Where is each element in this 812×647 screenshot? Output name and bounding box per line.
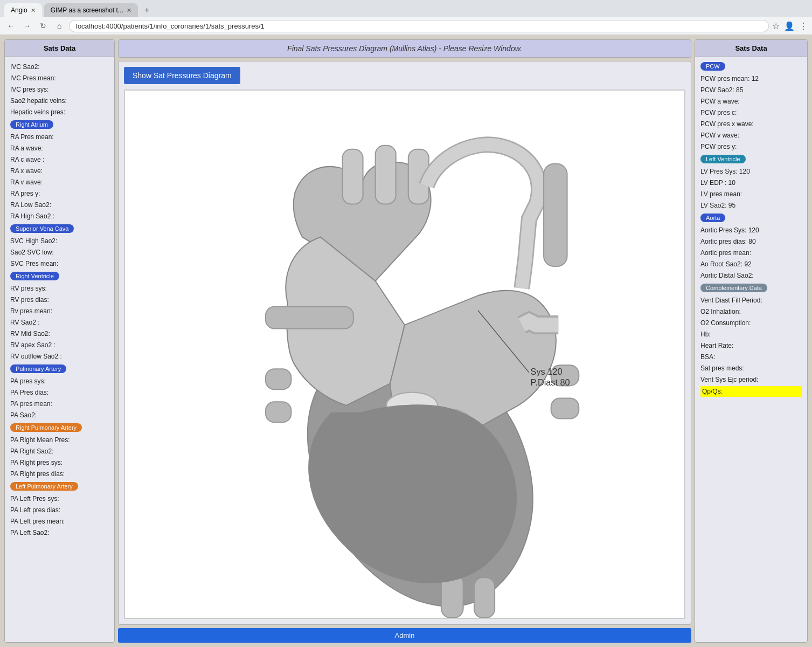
right-badge-8: Left Ventricle (700, 155, 746, 163)
left-label-19: RV pres sys: (10, 284, 109, 293)
left-label-10: RA v wave: (10, 177, 109, 187)
right-badge-13: Aorta (700, 214, 725, 222)
forward-button[interactable]: → (20, 19, 33, 32)
url-input[interactable]: localhost:4000/patients/1/info_coronarie… (69, 20, 769, 32)
left-label-16: Sao2 SVC low: (10, 247, 109, 257)
left-label-34: PA Right pres sys: (10, 458, 109, 467)
left-label-7: RA a wave: (10, 143, 109, 153)
right-label-26: Sat pres meds: (700, 363, 802, 373)
left-label-23: RV Mid Sao2: (10, 329, 109, 339)
left-label-21: Rv pres mean: (10, 306, 109, 316)
diagram-container: Sys 120 P.Diast 80 (124, 90, 685, 619)
left-sidebar-content: IVC Sao2:IVC Pres mean:IVC pres sys:Sao2… (5, 57, 114, 542)
left-sidebar: Sats Data IVC Sao2:IVC Pres mean:IVC pre… (4, 39, 115, 643)
address-bar: ← → ↻ ⌂ localhost:4000/patients/1/info_c… (0, 17, 812, 35)
left-label-12: RA Low Sao2: (10, 200, 109, 210)
right-label-9: LV Pres Sys: 120 (700, 167, 802, 176)
heart-diagram: Sys 120 P.Diast 80 (125, 91, 684, 618)
right-label-24: Heart Rate: (700, 341, 802, 350)
right-sidebar-content: PCWPCW pres mean: 12PCW Sao2: 85PCW a wa… (695, 57, 807, 402)
left-label-2: IVC pres sys: (10, 85, 109, 94)
svg-text:Sys 120: Sys 120 (531, 367, 563, 376)
left-label-39: PA Left pres mean: (10, 517, 109, 526)
back-button[interactable]: ← (4, 19, 17, 32)
right-label-10: LV EDP : 10 (700, 178, 802, 188)
tab-close-icon[interactable]: ✕ (31, 7, 36, 14)
tab-close-gimp-icon[interactable]: ✕ (127, 7, 131, 14)
left-badge-26: Pulmonary Artery (10, 364, 66, 373)
left-label-0: IVC Sao2: (10, 62, 109, 72)
right-label-2: PCW Sao2: 85 (700, 85, 802, 95)
left-label-8: RA c wave : (10, 155, 109, 164)
svg-rect-7 (474, 577, 495, 618)
right-label-17: Ao Root Sao2: 92 (700, 259, 802, 269)
right-label-3: PCW a wave: (700, 97, 802, 106)
right-label-5: PCW pres x wave: (700, 119, 802, 129)
right-label-12: LV Sao2: 95 (700, 201, 802, 210)
svg-rect-4 (544, 164, 567, 266)
right-label-25: BSA: (700, 352, 802, 362)
right-label-18: Aortic Distal Sao2: (700, 271, 802, 280)
left-label-38: PA Left pres dias: (10, 505, 109, 515)
svg-rect-5 (266, 307, 353, 329)
left-label-13: RA High Sao2 : (10, 211, 109, 221)
left-label-29: PA pres mean: (10, 399, 109, 409)
tab-bar: Angio ✕ GIMP as a screenshot t... ✕ + (0, 0, 812, 17)
right-label-1: PCW pres mean: 12 (700, 74, 802, 84)
right-label-6: PCW v wave: (700, 130, 802, 140)
profile-icon[interactable]: 👤 (784, 21, 795, 31)
footer-bar: Admin (118, 628, 691, 643)
svg-rect-2 (376, 146, 396, 204)
left-label-6: RA Pres mean: (10, 132, 109, 142)
right-badge-0: PCW (700, 62, 725, 71)
main-body: Show Sat Pressures Diagram (118, 61, 691, 625)
left-label-1: IVC Pres mean: (10, 73, 109, 83)
tab-angio[interactable]: Angio ✕ (4, 3, 42, 17)
left-label-20: RV pres dias: (10, 295, 109, 305)
left-badge-18: Right Ventricle (10, 272, 59, 280)
menu-icon[interactable]: ⋮ (799, 21, 808, 31)
main-title: Final Sats Pressures Diagram (Mullins At… (118, 39, 691, 58)
left-label-35: PA Right pres dias: (10, 469, 109, 479)
svg-rect-8 (266, 369, 292, 389)
browser-chrome: Angio ✕ GIMP as a screenshot t... ✕ + ← … (0, 0, 812, 35)
new-tab-button[interactable]: + (140, 3, 154, 17)
left-label-32: PA Right Mean Pres: (10, 435, 109, 445)
left-label-25: RV outflow Sao2 : (10, 352, 109, 361)
right-badge-19: Complementary Data (700, 284, 767, 292)
left-label-33: PA Right Sao2: (10, 446, 109, 456)
right-label-14: Aortic Pres Sys: 120 (700, 225, 802, 235)
left-badge-36: Left Pulmonary Artery (10, 482, 78, 491)
bookmark-icon[interactable]: ☆ (772, 21, 780, 31)
main-panel: Final Sats Pressures Diagram (Mullins At… (118, 39, 691, 643)
left-label-28: PA Pres dias: (10, 388, 109, 397)
svg-text:P.Diast 80: P.Diast 80 (531, 377, 570, 387)
left-label-11: RA pres y: (10, 189, 109, 198)
left-label-22: RV Sao2 : (10, 318, 109, 327)
right-label-4: PCW pres c: (700, 108, 802, 118)
left-badge-14: Superior Vena Cava (10, 224, 74, 233)
svg-rect-11 (551, 398, 579, 419)
left-badge-5: Right Atrium (10, 120, 53, 129)
left-sidebar-header: Sats Data (5, 40, 114, 57)
right-label-20: Vent Diast Fill Period: (700, 295, 802, 305)
app-container: Sats Data IVC Sao2:IVC Pres mean:IVC pre… (0, 35, 812, 647)
right-sidebar: Sats Data PCWPCW pres mean: 12PCW Sao2: … (695, 39, 808, 643)
right-label-11: LV pres mean: (700, 189, 802, 199)
tab-gimp[interactable]: GIMP as a screenshot t... ✕ (44, 3, 138, 17)
reload-button[interactable]: ↻ (37, 19, 50, 32)
show-diagram-button[interactable]: Show Sat Pressures Diagram (124, 67, 240, 84)
home-button[interactable]: ⌂ (53, 19, 66, 32)
left-badge-31: Right Pulmonary Artery (10, 423, 82, 432)
svg-rect-1 (343, 149, 363, 204)
right-label-15: Aortic pres dias: 80 (700, 237, 802, 246)
left-label-15: SVC High Sao2: (10, 236, 109, 246)
left-label-17: SVC Pres mean: (10, 259, 109, 269)
left-label-27: PA pres sys: (10, 376, 109, 386)
right-label-23: Hb: (700, 329, 802, 339)
tab-label-gimp: GIMP as a screenshot t... (51, 6, 123, 14)
right-label-7: PCW pres y: (700, 142, 802, 152)
left-label-4: Hepatic veins pres: (10, 107, 109, 117)
right-label-22: O2 Consumption: (700, 318, 802, 328)
tab-label: Angio (11, 6, 27, 14)
